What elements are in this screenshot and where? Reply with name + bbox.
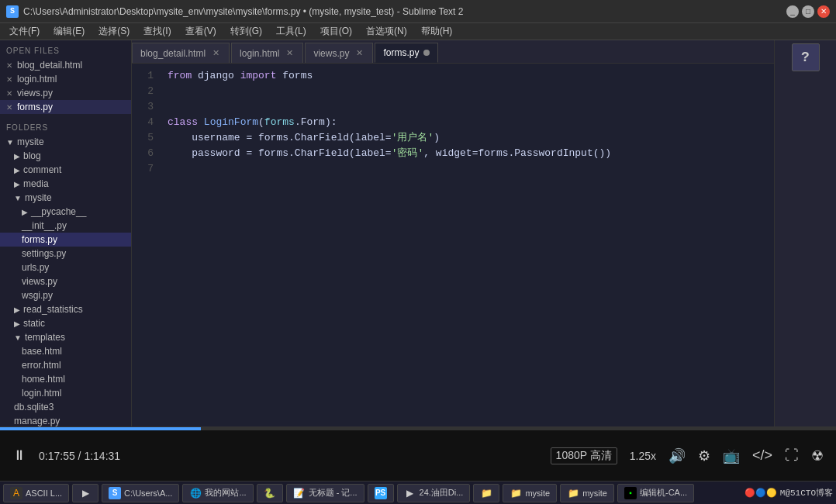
folder-pycache[interactable]: ▶ __pycache__ <box>0 205 131 219</box>
volume-button[interactable]: 🔊 <box>668 447 686 464</box>
tab-close-icon[interactable]: ✕ <box>354 48 364 59</box>
speed-badge[interactable]: 1.25x <box>630 450 656 462</box>
taskbar-icon-cmd: ▪ <box>624 487 637 499</box>
menu-preferences[interactable]: 首选项(N) <box>360 23 413 40</box>
sidebar-item-urls[interactable]: urls.py <box>0 261 131 274</box>
folder-mysite-root[interactable]: ▼ mysite <box>0 135 131 149</box>
app-icon: S <box>6 5 19 18</box>
expand-icon: ▶ <box>14 166 20 174</box>
help-button[interactable]: ? <box>792 43 820 71</box>
taskbar-item-cmd[interactable]: ▪ 编辑机-CA... <box>617 484 694 502</box>
sidebar-item-login-html-tmpl[interactable]: login.html <box>0 386 131 400</box>
expand-icon: ▼ <box>14 194 22 202</box>
progress-fill <box>0 427 201 430</box>
progress-bar[interactable] <box>0 427 836 430</box>
sidebar-item-base-html[interactable]: base.html <box>0 344 131 358</box>
quality-badge[interactable]: 1080P 高清 <box>551 447 617 464</box>
sidebar-item-home-html[interactable]: home.html <box>0 372 131 386</box>
sidebar-item-db-sqlite[interactable]: db.sqlite3 <box>0 400 131 414</box>
menu-find[interactable]: 查找(I) <box>137 23 177 40</box>
fullscreen-button[interactable]: ⛶ <box>785 447 799 464</box>
taskbar-item-sublime[interactable]: S C:\Users\A... <box>102 484 179 502</box>
taskbar-item-web[interactable]: 🌐 我的网站... <box>182 484 253 502</box>
cast-button[interactable]: 📺 <box>723 447 740 464</box>
sidebar-item-login-html[interactable]: ✕ login.html <box>0 72 131 86</box>
time-display: 0:17:55 / 1:14:31 <box>39 450 120 462</box>
folder-static[interactable]: ▶ static <box>0 316 131 330</box>
menu-bar: 文件(F) 编辑(E) 选择(S) 查找(I) 查看(V) 转到(G) 工具(L… <box>0 23 836 40</box>
sidebar-item-settings[interactable]: settings.py <box>0 247 131 261</box>
taskbar-item-ps[interactable]: PS <box>368 484 394 502</box>
tabs-bar: blog_detail.html ✕ login.html ✕ views.py… <box>132 40 774 64</box>
sidebar-item-manage[interactable]: manage.py <box>0 414 131 426</box>
minimize-button[interactable]: _ <box>786 5 799 18</box>
menu-select[interactable]: 选择(S) <box>92 23 136 40</box>
menu-view[interactable]: 查看(V) <box>179 23 223 40</box>
tab-close-icon[interactable]: ✕ <box>284 48 295 59</box>
folder-read-statistics[interactable]: ▶ read_statistics <box>0 302 131 316</box>
line-numbers: 1 2 3 4 5 6 7 <box>132 64 160 426</box>
taskbar-icon-python: 🐍 <box>264 487 276 499</box>
menu-file[interactable]: 文件(F) <box>3 23 46 40</box>
tab-blog-detail[interactable]: blog_detail.html ✕ <box>132 43 230 63</box>
sys-tray: 🔴🔵🟡 M@51CTO博客 <box>744 487 833 499</box>
taskbar-item-folder2[interactable]: 📁 mysite <box>503 484 557 502</box>
video-controls: ⏸ 0:17:55 / 1:14:31 1080P 高清 1.25x 🔊 ⚙ 📺… <box>0 426 836 481</box>
window-title: C:\Users\Administrator\Desktop\mysite_en… <box>23 6 463 17</box>
menu-goto[interactable]: 转到(G) <box>224 23 268 40</box>
sidebar-item-forms-py[interactable]: forms.py <box>0 233 131 247</box>
taskbar-item-ascii[interactable]: A ASCII L... <box>3 484 69 502</box>
title-bar: S C:\Users\Administrator\Desktop\mysite_… <box>0 0 836 23</box>
maximize-button[interactable]: □ <box>802 5 814 18</box>
sidebar-item-wsgi[interactable]: wsgi.py <box>0 288 131 302</box>
expand-icon: ▶ <box>14 306 20 314</box>
menu-edit[interactable]: 编辑(E) <box>47 23 91 40</box>
sidebar-item-views[interactable]: views.py <box>0 274 131 288</box>
taskbar-icon-sublime: S <box>109 487 121 499</box>
taskbar-icon-web: 🌐 <box>189 487 202 499</box>
extra-button[interactable]: ☢ <box>811 447 824 464</box>
taskbar-item-notepad[interactable]: 📝 无标题 - 记... <box>286 484 364 502</box>
right-panel: ? <box>774 40 836 426</box>
play-pause-button[interactable]: ⏸ <box>12 447 26 464</box>
taskbar-item-folder1[interactable]: 📁 <box>473 484 499 502</box>
tab-forms-py[interactable]: forms.py <box>375 43 438 63</box>
sidebar-item-error-html[interactable]: error.html <box>0 358 131 372</box>
code-content[interactable]: from django import forms class LoginForm… <box>160 64 774 426</box>
close-icon: ✕ <box>6 103 12 112</box>
taskbar-item-folder3[interactable]: 📁 mysite <box>560 484 614 502</box>
expand-icon: ▶ <box>14 180 20 188</box>
sidebar-item-views-py[interactable]: ✕ views.py <box>0 86 131 100</box>
tab-views-py[interactable]: views.py ✕ <box>305 43 373 63</box>
taskbar-item-python[interactable]: 🐍 <box>257 484 283 502</box>
taskbar-icon-notepad: 📝 <box>293 487 306 499</box>
close-button[interactable]: ✕ <box>817 5 830 18</box>
settings-button[interactable]: ⚙ <box>698 447 710 464</box>
menu-project[interactable]: 项目(O) <box>314 23 358 40</box>
folder-media[interactable]: ▶ media <box>0 177 131 191</box>
folder-mysite-inner[interactable]: ▼ mysite <box>0 191 131 205</box>
folders-title: FOLDERS <box>0 120 131 135</box>
taskbar-item-play[interactable]: ▶ <box>72 484 98 502</box>
sidebar-item-forms-py-open[interactable]: ✕ forms.py <box>0 100 131 114</box>
tab-login-html[interactable]: login.html ✕ <box>231 43 303 63</box>
tab-close-icon[interactable]: ✕ <box>210 48 221 59</box>
menu-tools[interactable]: 工具(L) <box>270 23 313 40</box>
code-button[interactable]: </> <box>752 447 772 464</box>
taskbar-icon-folder2: 📁 <box>510 487 522 499</box>
menu-help[interactable]: 帮助(H) <box>415 23 459 40</box>
taskbar-icon-ps: PS <box>375 487 387 499</box>
folder-comment[interactable]: ▶ comment <box>0 163 131 177</box>
folder-templates[interactable]: ▼ templates <box>0 330 131 344</box>
sidebar-item-init[interactable]: __init__.py <box>0 219 131 233</box>
code-editor[interactable]: 1 2 3 4 5 6 7 from django import forms c… <box>132 64 774 426</box>
close-icon: ✕ <box>6 61 12 70</box>
taskbar-item-video[interactable]: ▶ 24.油田Di... <box>397 484 471 502</box>
sidebar-item-blog-detail[interactable]: ✕ blog_detail.html <box>0 58 131 72</box>
taskbar-icon-play: ▶ <box>79 487 92 499</box>
folder-blog[interactable]: ▶ blog <box>0 149 131 163</box>
taskbar: A ASCII L... ▶ S C:\Users\A... 🌐 我的网站...… <box>0 481 836 504</box>
taskbar-icon-video: ▶ <box>404 487 416 499</box>
expand-icon: ▶ <box>22 208 28 216</box>
systray-icons: 🔴🔵🟡 <box>744 488 777 498</box>
